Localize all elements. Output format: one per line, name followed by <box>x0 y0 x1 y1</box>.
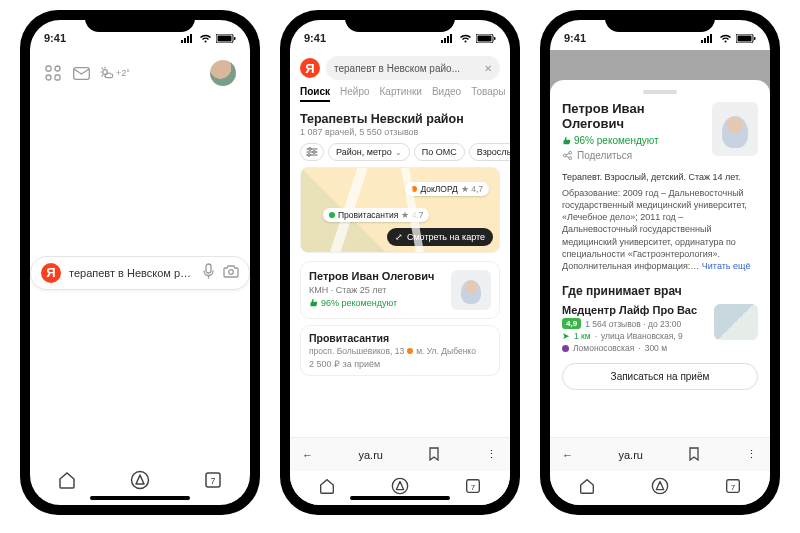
browser-url[interactable]: ya.ru <box>619 449 643 461</box>
clear-icon[interactable]: ✕ <box>484 63 492 74</box>
nav-calendar-icon[interactable]: 7 <box>724 477 742 499</box>
clinic-distance: 1 км <box>574 331 591 341</box>
phone-doctor-detail: 9:41 Петров Иван Олегович 96% рекомендую… <box>540 10 780 515</box>
wifi-icon <box>199 34 212 43</box>
svg-text:7: 7 <box>471 483 476 492</box>
share-button[interactable]: Поделиться <box>562 150 704 161</box>
doctor-recommend: 96% рекомендуют <box>309 298 443 308</box>
svg-point-26 <box>313 151 316 154</box>
tab-images[interactable]: Картинки <box>380 86 422 102</box>
expand-icon: ⤢ <box>395 232 403 242</box>
svg-rect-10 <box>55 75 60 80</box>
svg-point-27 <box>308 154 311 157</box>
battery-icon <box>476 34 496 43</box>
open-map-button[interactable]: ⤢ Смотреть на карте <box>387 228 493 246</box>
mail-icon[interactable] <box>72 64 90 82</box>
nav-calendar-icon[interactable]: 7 <box>203 470 223 494</box>
nav-home-icon[interactable] <box>318 477 336 499</box>
search-tabs: Поиск Нейро Картинки Видео Товары <box>290 86 510 106</box>
doctor-summary: Терапевт. Взрослый, детский. Стаж 14 лет… <box>562 171 758 183</box>
svg-point-39 <box>569 151 572 154</box>
map-preview[interactable]: ДокЛОРД ★ 4,7 Провитасантия ★ 4,7 ⤢ Смот… <box>300 167 500 253</box>
svg-text:7: 7 <box>211 476 216 486</box>
map-poi-2[interactable]: Провитасантия ★ 4,7 <box>323 208 429 222</box>
share-icon <box>562 150 573 161</box>
clinic-name: Провитасантия <box>309 332 491 344</box>
nav-alisa-icon[interactable] <box>651 477 669 499</box>
weather-icon[interactable]: +2° <box>100 64 130 82</box>
menu-icon[interactable]: ⋮ <box>486 448 498 461</box>
search-query-text: терапевт в Невском ра... <box>69 267 194 279</box>
home-indicator[interactable] <box>90 496 190 500</box>
yandex-logo-icon[interactable]: Я <box>300 58 320 78</box>
nav-calendar-icon[interactable]: 7 <box>464 477 482 499</box>
svg-rect-7 <box>46 66 51 71</box>
doctor-sheet: Петров Иван Олегович 96% рекомендуют Под… <box>550 80 770 437</box>
tab-video[interactable]: Видео <box>432 86 461 102</box>
svg-rect-32 <box>704 38 706 43</box>
nav-alisa-icon[interactable] <box>130 470 150 494</box>
clinic-reviews: 1 564 отзывов · до 23:00 <box>585 319 681 329</box>
search-bar[interactable]: Я терапевт в Невском ра... <box>30 256 250 290</box>
filter-oms[interactable]: По ОМС <box>414 143 465 161</box>
map-poi-1[interactable]: ДокЛОРД ★ 4,7 <box>405 182 489 196</box>
thumb-up-icon <box>309 298 318 307</box>
svg-rect-6 <box>234 37 236 40</box>
browser-url[interactable]: ya.ru <box>359 449 383 461</box>
section-where-title: Где принимает врач <box>562 284 758 298</box>
nav-home-icon[interactable] <box>578 477 596 499</box>
home-indicator[interactable] <box>350 496 450 500</box>
sheet-drag-handle[interactable] <box>643 90 677 94</box>
svg-rect-2 <box>187 36 189 43</box>
map-pin-icon <box>329 212 335 218</box>
weather-temp: +2° <box>116 68 130 78</box>
doctor-recommend: 96% рекомендуют <box>562 135 704 146</box>
clinic-metro: Ломоносовская <box>573 343 634 353</box>
back-icon[interactable]: ← <box>562 449 573 461</box>
svg-rect-0 <box>181 40 183 43</box>
filter-district[interactable]: Район, метро⌄ <box>328 143 410 161</box>
svg-rect-19 <box>444 38 446 43</box>
thumb-up-icon <box>562 136 571 145</box>
doctor-photo <box>451 270 491 310</box>
svg-point-40 <box>569 157 572 160</box>
book-appointment-button[interactable]: Записаться на приём <box>562 363 758 390</box>
filter-settings-icon[interactable] <box>300 143 324 161</box>
results-subtitle: 1 087 врачей, 5 550 отзывов <box>300 127 500 137</box>
apps-icon[interactable] <box>44 64 62 82</box>
read-more-link[interactable]: Читать ещё <box>702 261 751 271</box>
chevron-down-icon: ⌄ <box>395 148 402 157</box>
nav-home-icon[interactable] <box>57 470 77 494</box>
doctor-card[interactable]: Петров Иван Олегович КМН · Стаж 25 лет 9… <box>300 261 500 319</box>
svg-rect-31 <box>701 40 703 43</box>
doctor-name: Петров Иван Олегович <box>309 270 443 283</box>
device-notch <box>85 10 195 32</box>
tab-goods[interactable]: Товары <box>471 86 505 102</box>
signal-icon <box>441 34 455 43</box>
wifi-icon <box>459 34 472 43</box>
clinic-card[interactable]: Медцентр Лайф Про Вас 4,9 1 564 отзывов … <box>562 304 758 353</box>
filter-adults[interactable]: Взрослые и д <box>469 143 510 161</box>
voice-icon[interactable] <box>202 263 215 283</box>
clinic-address: улица Ивановская, 9 <box>601 331 683 341</box>
clinic-address: просп. Большевиков, 13 <box>309 346 404 356</box>
search-input[interactable]: терапевт в Невском райо... ✕ <box>326 56 500 80</box>
svg-point-38 <box>563 154 566 157</box>
camera-icon[interactable] <box>223 264 239 282</box>
svg-rect-9 <box>46 75 51 80</box>
filter-row: Район, метро⌄ По ОМС Взрослые и д <box>290 137 510 167</box>
status-time: 9:41 <box>304 32 326 44</box>
bookmark-icon[interactable] <box>428 447 440 463</box>
menu-icon[interactable]: ⋮ <box>746 448 758 461</box>
battery-icon <box>736 34 756 43</box>
tab-search[interactable]: Поиск <box>300 86 330 102</box>
bookmark-icon[interactable] <box>688 447 700 463</box>
results-title: Терапевты Невский район <box>300 112 500 126</box>
tab-neuro[interactable]: Нейро <box>340 86 370 102</box>
status-time: 9:41 <box>44 32 66 44</box>
clinic-card[interactable]: Провитасантия просп. Большевиков, 13 м. … <box>300 325 500 376</box>
back-icon[interactable]: ← <box>302 449 313 461</box>
clinic-price: 2 500 ₽ за приём <box>309 359 491 369</box>
avatar[interactable] <box>210 60 236 86</box>
svg-rect-34 <box>710 34 712 43</box>
